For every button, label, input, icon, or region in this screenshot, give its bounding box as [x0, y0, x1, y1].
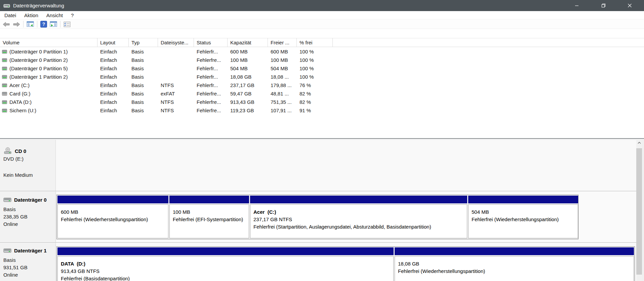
partition[interactable]: 100 MB Fehlerfrei (EFI-Systempartition): [169, 196, 249, 238]
restore-button[interactable]: [596, 0, 611, 11]
volume-dateisystem: NTFS: [158, 82, 194, 88]
disk0-row: Datenträger 0 Basis 238,35 GB Online 600…: [0, 192, 636, 242]
menu-hilfe[interactable]: ?: [67, 11, 78, 19]
volume-name: DATA (D:): [9, 99, 32, 105]
volume-dateisystem: NTFS: [158, 108, 194, 113]
forward-button[interactable]: [11, 20, 22, 28]
graphical-view-pane: CD 0 DVD (E:) Kein Medium Datenträger 0: [0, 138, 644, 281]
volume-freier: 100 MB: [268, 57, 297, 63]
menu-aktion[interactable]: Aktion: [20, 11, 42, 19]
vertical-scrollbar[interactable]: [636, 139, 642, 281]
scrollbar-thumb[interactable]: [636, 148, 642, 275]
volume-kapazitaet: 119,23 GB: [228, 108, 268, 113]
partition-size: 100 MB: [173, 208, 247, 216]
volume-status: Fehlerfre...: [194, 108, 228, 113]
disk1-label-panel[interactable]: Datenträger 1 Basis 931,51 GB Online: [0, 243, 56, 281]
disk0-status: Online: [3, 221, 18, 227]
minimize-icon: [575, 4, 579, 8]
table-row[interactable]: (Datenträger 0 Partition 5) Einfach Basi…: [0, 64, 644, 73]
volume-drive-icon-removable: [2, 92, 7, 96]
partition[interactable]: 18,08 GB Fehlerfrei (Wiederherstellungsp…: [395, 247, 634, 281]
partition-status: Fehlerfrei (Wiederherstellungspartition): [61, 216, 167, 223]
partition-status: Fehlerfrei (EFI-Systempartition): [173, 216, 247, 223]
partition-primary-bar: [468, 196, 578, 203]
partition[interactable]: DATA (D:) 913,43 GB NTFS Fehlerfrei (Bas…: [57, 247, 394, 281]
table-row[interactable]: (Datenträger 0 Partition 2) Einfach Basi…: [0, 56, 644, 64]
disk1-name: Datenträger 1: [14, 248, 47, 253]
show-console-tree-button[interactable]: [25, 20, 35, 28]
menu-bar: Datei Aktion Ansicht ?: [0, 11, 644, 19]
close-button[interactable]: [622, 0, 637, 11]
volume-pct-frei: 76 %: [297, 82, 333, 88]
restore-icon: [601, 3, 606, 8]
column-header-status[interactable]: Status: [194, 38, 228, 47]
menu-ansicht[interactable]: Ansicht: [42, 11, 67, 19]
cd0-row: CD 0 DVD (E:) Kein Medium: [0, 140, 636, 191]
properties-button[interactable]: [62, 20, 72, 28]
cd0-media-status: Kein Medium: [3, 172, 33, 178]
disk1-size: 931,51 GB: [3, 265, 28, 270]
volume-typ: Basis: [129, 74, 158, 80]
column-header-freier[interactable]: Freier ...: [268, 38, 297, 47]
table-row[interactable]: (Datenträger 0 Partition 1) Einfach Basi…: [0, 47, 644, 56]
table-row[interactable]: DATA (D:) Einfach Basis NTFS Fehlerfre..…: [0, 98, 644, 106]
disk1-graph-area: DATA (D:) 913,43 GB NTFS Fehlerfrei (Bas…: [56, 243, 636, 281]
volume-freier: 751,35 ...: [268, 99, 297, 105]
volume-name: (Datenträger 0 Partition 5): [9, 66, 68, 71]
volume-status: Fehlerfr...: [194, 49, 228, 54]
column-header-dateisystem[interactable]: Dateisyste...: [158, 38, 194, 47]
minimize-button[interactable]: [569, 0, 585, 11]
column-header-typ[interactable]: Typ: [129, 38, 158, 47]
partition-title: DATA (D:): [61, 260, 392, 268]
disk0-name: Datenträger 0: [14, 197, 47, 203]
partition-size: 237,17 GB NTFS: [253, 216, 466, 223]
volume-status: Fehlerfre...: [194, 57, 228, 63]
back-button[interactable]: [1, 20, 11, 28]
cd0-graph-area[interactable]: [56, 140, 636, 191]
scroll-up-button[interactable]: [636, 139, 642, 147]
volume-drive-icon: [2, 67, 7, 71]
column-header-kapazitaet[interactable]: Kapazität: [228, 38, 268, 47]
volume-typ: Basis: [129, 57, 158, 63]
volume-freier: 18,08 ...: [268, 74, 297, 80]
partition-primary-bar: [57, 196, 168, 203]
column-header-layout[interactable]: Layout: [97, 38, 129, 47]
column-header-pct-frei[interactable]: % frei: [297, 38, 333, 47]
volume-name: Acer (C:): [9, 82, 30, 88]
volume-drive-icon: [2, 50, 7, 54]
disk0-label-panel[interactable]: Datenträger 0 Basis 238,35 GB Online: [0, 192, 56, 242]
disk-management-window: Datenträgerverwaltung Datei Aktion Ansic…: [0, 0, 644, 281]
app-icon: [3, 3, 10, 8]
volume-name: (Datenträger 1 Partition 2): [9, 74, 68, 80]
volume-kapazitaet: 59,47 GB: [228, 91, 268, 96]
volume-dateisystem: NTFS: [158, 99, 194, 105]
volume-kapazitaet: 913,43 GB: [228, 99, 268, 105]
disk1-status: Online: [3, 272, 18, 278]
partition-primary-bar: [250, 196, 467, 203]
toolbar: ?: [0, 20, 644, 29]
column-header-volume[interactable]: Volume: [0, 38, 97, 47]
menu-datei[interactable]: Datei: [0, 11, 20, 19]
cd0-type: DVD (E:): [3, 156, 24, 162]
volume-status: Fehlerfr...: [194, 82, 228, 88]
partition[interactable]: Acer (C:) 237,17 GB NTFS Fehlerfrei (Sta…: [250, 196, 467, 238]
partition-title: Acer (C:): [253, 208, 466, 216]
cd0-label-panel[interactable]: CD 0 DVD (E:) Kein Medium: [0, 140, 56, 191]
disk-drive-icon: [3, 197, 11, 203]
volume-kapazitaet: 600 MB: [228, 49, 268, 54]
volume-drive-icon: [2, 109, 7, 113]
toolbar-separator: [37, 21, 37, 28]
partition[interactable]: 504 MB Fehlerfrei (Wiederherstellungspar…: [468, 196, 578, 238]
volume-pct-frei: 100 %: [297, 66, 333, 71]
table-row[interactable]: Sichern (U:) Einfach Basis NTFS Fehlerfr…: [0, 106, 644, 115]
help-button[interactable]: ?: [39, 20, 48, 28]
volume-kapazitaet: 504 MB: [228, 66, 268, 71]
table-row[interactable]: Card (G:) Einfach Basis exFAT Fehlerfre.…: [0, 89, 644, 98]
volume-status: Fehlerfr...: [194, 74, 228, 80]
show-action-pane-button[interactable]: [48, 20, 58, 28]
volume-name: Sichern (U:): [9, 108, 36, 113]
partition-size: 600 MB: [61, 208, 167, 216]
partition[interactable]: 600 MB Fehlerfrei (Wiederherstellungspar…: [57, 196, 168, 238]
table-row[interactable]: Acer (C:) Einfach Basis NTFS Fehlerfr...…: [0, 81, 644, 89]
table-row[interactable]: (Datenträger 1 Partition 2) Einfach Basi…: [0, 73, 644, 81]
